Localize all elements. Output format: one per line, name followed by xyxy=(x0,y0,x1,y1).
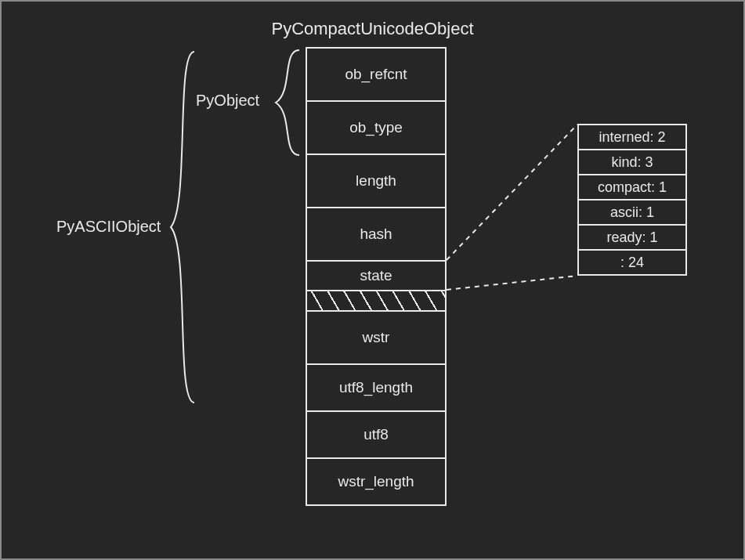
field-label: length xyxy=(356,172,396,190)
field-wstr-length: wstr_length xyxy=(306,457,447,506)
field-label: wstr_length xyxy=(338,473,414,490)
label-pyobject: PyObject xyxy=(196,92,259,110)
state-bits-label: compact: 1 xyxy=(598,179,667,196)
field-label: wstr xyxy=(363,329,390,346)
field-utf8-length: utf8_length xyxy=(306,363,447,412)
field-wstr: wstr xyxy=(306,310,447,365)
state-bits-row: kind: 3 xyxy=(577,149,687,175)
field-state: state xyxy=(306,260,447,291)
brace-pyasciiobject xyxy=(166,49,197,406)
field-label: utf8 xyxy=(363,426,389,443)
state-bits-label: ready: 1 xyxy=(606,229,657,246)
brace-pyobject xyxy=(268,49,302,157)
label-pyasciiobject: PyASCIIObject xyxy=(56,218,161,236)
state-bits-row: compact: 1 xyxy=(577,174,687,201)
state-bits-table: interned: 2 kind: 3 compact: 1 ascii: 1 … xyxy=(577,124,687,276)
field-label: ob_refcnt xyxy=(345,66,407,83)
state-bits-row: ready: 1 xyxy=(577,224,687,251)
field-label: ob_type xyxy=(349,119,403,136)
state-bits-row: : 24 xyxy=(577,249,687,276)
diagram-title: PyCompactUnicodeObject xyxy=(2,19,743,39)
state-bits-label: : 24 xyxy=(620,255,644,271)
svg-line-1 xyxy=(447,276,577,290)
field-ob-type: ob_type xyxy=(306,100,447,155)
field-length: length xyxy=(306,154,447,208)
state-bits-row: ascii: 1 xyxy=(577,199,687,226)
field-label: utf8_length xyxy=(339,379,413,396)
field-padding xyxy=(306,290,447,312)
state-bits-label: interned: 2 xyxy=(599,129,665,146)
field-ob-refcnt: ob_refcnt xyxy=(306,47,447,102)
field-label: state xyxy=(360,267,392,284)
field-utf8: utf8 xyxy=(306,410,447,459)
field-hash: hash xyxy=(306,207,447,262)
field-label: hash xyxy=(360,226,392,243)
svg-line-0 xyxy=(447,125,577,260)
connector-state-detail xyxy=(445,123,580,295)
struct-column: ob_refcnt ob_type length hash state wstr… xyxy=(306,47,447,506)
state-bits-label: ascii: 1 xyxy=(610,204,654,221)
state-bits-label: kind: 3 xyxy=(611,154,653,171)
state-bits-row: interned: 2 xyxy=(577,124,687,150)
